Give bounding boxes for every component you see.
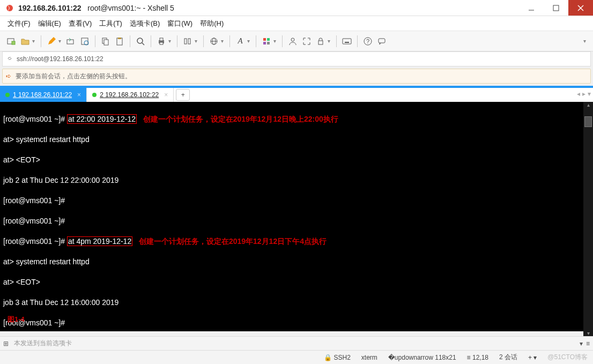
highlighted-command: at 22:00 2019-12-12 xyxy=(67,114,137,124)
compose-down-icon[interactable]: ▾ xyxy=(580,340,583,347)
expand-icon[interactable]: ⊞ xyxy=(3,340,11,347)
svg-rect-2 xyxy=(553,5,559,11)
pencil-icon[interactable] xyxy=(46,35,57,47)
menu-help[interactable]: 帮助(H) xyxy=(200,19,224,28)
user-icon[interactable] xyxy=(287,35,299,47)
term-line: [root@vms001 ~]# at 4pm 2019-12-12 创建一个计… xyxy=(3,236,590,247)
add-tab-button[interactable]: + xyxy=(176,89,190,101)
status-plus-icon[interactable]: + ▾ xyxy=(528,354,537,361)
toolbar-overflow-icon[interactable]: ▾ xyxy=(583,38,588,44)
pencil-dropdown-icon[interactable]: ▾ xyxy=(58,38,63,44)
print-dropdown-icon[interactable]: ▾ xyxy=(168,38,173,44)
tab-label: 2 192.168.26.102:22 xyxy=(100,91,159,99)
annotation: 创建一个计划任务，设定在2019年12月12日晚上22:00执行 xyxy=(143,115,338,123)
term-line: at> <EOT> xyxy=(3,277,590,287)
maximize-button[interactable] xyxy=(544,0,568,16)
term-line: [root@vms001 ~]# xyxy=(3,216,590,226)
palette-dropdown-icon[interactable]: ▾ xyxy=(273,38,278,44)
svg-rect-27 xyxy=(267,42,270,44)
svg-rect-38 xyxy=(379,39,385,43)
toolbar: ▾ ▾ ▾ ▾ ▾ A▾ ▾ ▾ ? ▾ xyxy=(0,31,593,51)
scroll-down-icon[interactable]: ▾ xyxy=(583,330,593,336)
status-term: xterm xyxy=(361,354,377,361)
font-dropdown-icon[interactable]: ▾ xyxy=(247,38,251,44)
properties-icon[interactable] xyxy=(79,35,91,47)
address-bar[interactable]: ssh://root@192.168.26.101:22 xyxy=(2,51,591,66)
status-sessions: 2 会话 xyxy=(499,353,517,362)
status-bar: 🔒 SSH2 xterm �updownarrow 118x21 ≡ 12,18… xyxy=(0,350,593,364)
svg-rect-30 xyxy=(343,39,351,44)
svg-rect-17 xyxy=(160,38,163,41)
globe-dropdown-icon[interactable]: ▾ xyxy=(221,38,225,44)
tab-bar: 1 192.168.26.101:22 × 2 192.168.26.102:2… xyxy=(0,86,593,102)
minimize-button[interactable] xyxy=(519,0,544,16)
close-tab-icon[interactable]: × xyxy=(164,91,168,99)
title-bar: 192.168.26.101:22 root@vms001:~ - Xshell… xyxy=(0,0,593,16)
lock-icon[interactable] xyxy=(315,35,327,47)
columns-icon[interactable] xyxy=(182,35,194,47)
term-line: at> systemctl restart httpd xyxy=(3,257,590,267)
app-icon xyxy=(5,4,14,12)
info-bar: ➪ 要添加当前会话，点击左侧的箭头按钮。 xyxy=(2,69,591,84)
svg-rect-20 xyxy=(188,39,190,44)
scroll-up-icon[interactable]: ▴ xyxy=(583,102,593,108)
menu-tools[interactable]: 工具(T) xyxy=(99,19,122,28)
close-button[interactable] xyxy=(568,0,593,16)
svg-text:?: ? xyxy=(366,38,369,44)
svg-rect-6 xyxy=(12,41,15,44)
keyboard-icon[interactable] xyxy=(341,35,353,47)
status-dot-icon xyxy=(92,93,97,97)
terminal-wrap: [root@vms001 ~]# at 22:00 2019-12-12 创建一… xyxy=(0,102,593,336)
tab-menu-icon[interactable]: ▾ xyxy=(588,90,591,98)
svg-point-28 xyxy=(291,38,294,41)
open-icon[interactable] xyxy=(19,35,31,47)
palette-icon[interactable] xyxy=(261,35,272,47)
window-title: 192.168.26.101:22 root@vms001:~ - Xshell… xyxy=(18,4,519,12)
session-tab-1[interactable]: 1 192.168.26.101:22 × xyxy=(0,88,87,102)
session-tab-2[interactable]: 2 192.168.26.102:22 × xyxy=(87,88,174,102)
compose-bar[interactable]: ⊞ 本发送到当前选项卡 ▾ ≡ xyxy=(0,336,593,350)
new-session-icon[interactable] xyxy=(5,35,17,47)
search-icon[interactable] xyxy=(135,35,146,47)
svg-rect-26 xyxy=(263,42,266,44)
term-line: job 2 at Thu Dec 12 22:00:00 2019 xyxy=(3,175,590,185)
chat-icon[interactable] xyxy=(376,35,388,47)
term-line: [root@vms001 ~]# xyxy=(3,318,590,328)
menu-tab[interactable]: 选项卡(B) xyxy=(130,19,160,28)
lock-dropdown-icon[interactable]: ▾ xyxy=(328,38,332,44)
svg-rect-25 xyxy=(267,38,270,41)
globe-icon[interactable] xyxy=(208,35,220,47)
compose-menu-icon[interactable]: ≡ xyxy=(586,340,590,347)
svg-point-14 xyxy=(137,38,143,43)
svg-rect-19 xyxy=(184,39,187,44)
svg-rect-24 xyxy=(263,38,266,41)
tab-nav: ◂ ▸ ▾ xyxy=(577,90,591,98)
open-dropdown-icon[interactable]: ▾ xyxy=(32,38,36,44)
term-line: [root@vms001 ~]# at 22:00 2019-12-12 创建一… xyxy=(3,114,590,124)
address-text: ssh://root@192.168.26.101:22 xyxy=(17,55,103,63)
menu-edit[interactable]: 编辑(E) xyxy=(38,19,61,28)
scroll-thumb[interactable] xyxy=(584,116,592,127)
arrow-right-icon[interactable]: ➪ xyxy=(6,72,11,80)
status-dot-icon xyxy=(5,93,10,97)
terminal-scrollbar[interactable]: ▴ ▾ xyxy=(583,102,593,336)
status-pos: ≡ 12,18 xyxy=(467,354,488,361)
font-icon[interactable]: A xyxy=(234,35,246,47)
columns-dropdown-icon[interactable]: ▾ xyxy=(195,38,199,44)
transfer-icon[interactable] xyxy=(65,35,77,47)
term-line: at> <EOT> xyxy=(3,155,590,165)
terminal[interactable]: [root@vms001 ~]# at 22:00 2019-12-12 创建一… xyxy=(0,102,593,331)
tab-next-icon[interactable]: ▸ xyxy=(582,90,585,98)
menu-window[interactable]: 窗口(W) xyxy=(167,19,192,28)
fullscreen-icon[interactable] xyxy=(301,35,313,47)
paste-icon[interactable] xyxy=(114,35,125,47)
annotation: 创建一个计划任务，设定在2019年12月12日下午4点执行 xyxy=(139,237,327,246)
print-icon[interactable] xyxy=(155,35,167,47)
close-tab-icon[interactable]: × xyxy=(77,91,81,99)
tab-prev-icon[interactable]: ◂ xyxy=(577,90,580,98)
menu-view[interactable]: 查看(V) xyxy=(69,19,92,28)
svg-point-0 xyxy=(6,5,13,11)
copy-icon[interactable] xyxy=(100,35,112,47)
menu-file[interactable]: 文件(F) xyxy=(8,19,31,28)
help-icon[interactable]: ? xyxy=(362,35,374,47)
